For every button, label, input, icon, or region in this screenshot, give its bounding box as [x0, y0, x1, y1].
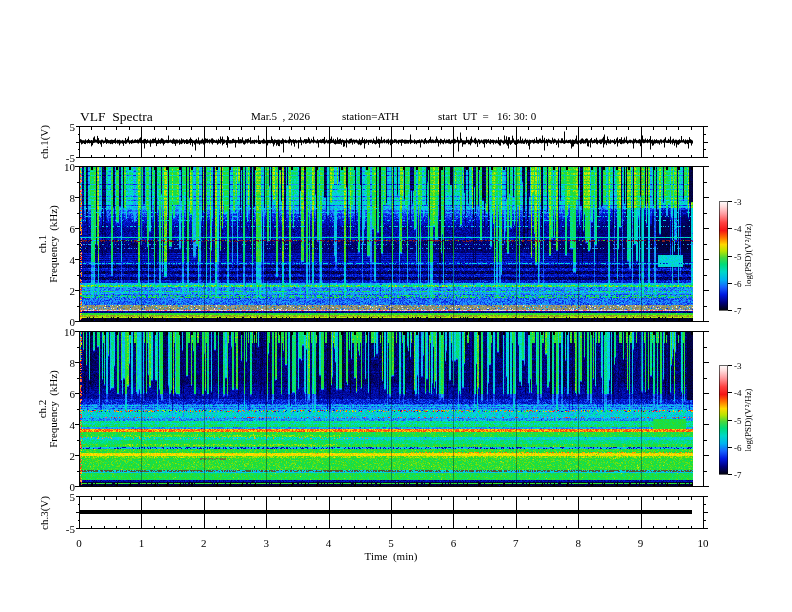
svg-text:log(PSD)(V ²/Hz): log(PSD)(V ²/Hz) — [743, 224, 753, 287]
svg-text:4: 4 — [326, 537, 332, 549]
svg-text:Frequency (kHz): Frequency (kHz) — [47, 370, 60, 448]
svg-text:-5: -5 — [734, 416, 742, 426]
svg-text:0: 0 — [70, 481, 76, 493]
svg-text:-3: -3 — [734, 197, 742, 207]
svg-text:10: 10 — [64, 326, 76, 338]
svg-text:2: 2 — [70, 285, 76, 297]
svg-text:1: 1 — [139, 537, 145, 549]
svg-text:-6: -6 — [734, 279, 742, 289]
svg-text:3: 3 — [263, 537, 269, 549]
svg-text:8: 8 — [575, 537, 581, 549]
svg-text:Time (min): Time (min) — [365, 550, 418, 563]
svg-text:6: 6 — [70, 223, 76, 235]
svg-text:0: 0 — [76, 537, 82, 549]
svg-text:-5: -5 — [734, 252, 742, 262]
svg-text:8: 8 — [70, 192, 76, 204]
svg-text:-4: -4 — [734, 388, 742, 398]
svg-text:-4: -4 — [734, 224, 742, 234]
svg-text:ch.3(V): ch.3(V) — [38, 496, 51, 530]
svg-text:-3: -3 — [734, 361, 742, 371]
svg-text:10: 10 — [698, 537, 710, 549]
svg-text:4: 4 — [70, 254, 76, 266]
svg-text:5: 5 — [388, 537, 394, 549]
svg-text:ch.1(V): ch.1(V) — [38, 125, 51, 159]
svg-text:VLF Spectra: VLF Spectra — [80, 109, 153, 124]
svg-text:5: 5 — [70, 121, 76, 133]
svg-text:-5: -5 — [66, 523, 76, 535]
svg-text:8: 8 — [70, 357, 76, 369]
svg-text:station=ATH: station=ATH — [342, 110, 399, 122]
svg-text:10: 10 — [64, 161, 76, 173]
svg-text:start UT = 16: 30: 0: start UT = 16: 30: 0 — [438, 110, 537, 122]
svg-text:7: 7 — [513, 537, 519, 549]
svg-text:4: 4 — [70, 419, 76, 431]
svg-text:Frequency (kHz): Frequency (kHz) — [47, 205, 60, 283]
svg-text:6: 6 — [451, 537, 457, 549]
svg-text:9: 9 — [638, 537, 644, 549]
svg-text:-6: -6 — [734, 443, 742, 453]
svg-text:log(PSD)(V ²/Hz): log(PSD)(V ²/Hz) — [743, 389, 753, 452]
svg-text:6: 6 — [70, 388, 76, 400]
svg-text:2: 2 — [201, 537, 207, 549]
svg-text:-7: -7 — [734, 306, 742, 316]
svg-text:-7: -7 — [734, 470, 742, 480]
svg-text:Mar.5 , 2026: Mar.5 , 2026 — [251, 110, 310, 122]
svg-text:2: 2 — [70, 450, 76, 462]
